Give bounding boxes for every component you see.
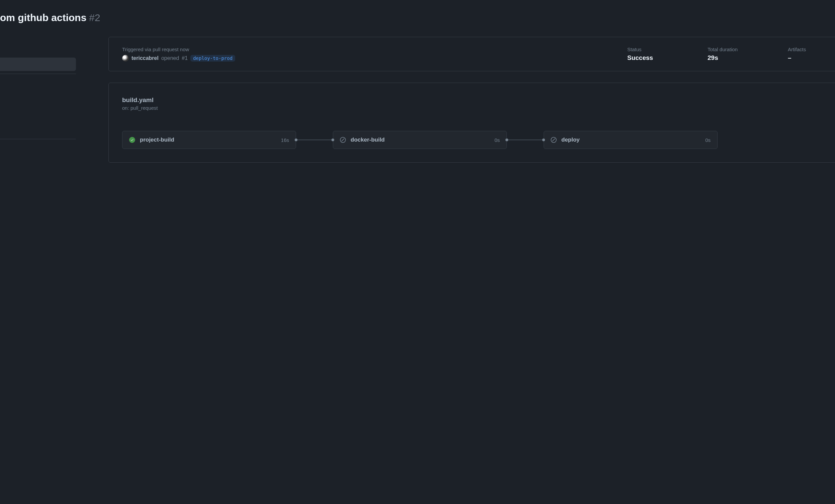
sidebar-item[interactable] bbox=[0, 92, 76, 105]
job-connector bbox=[296, 140, 333, 140]
duration-label: Total duration bbox=[708, 46, 761, 52]
connector-dot bbox=[331, 139, 334, 141]
job-duration: 16s bbox=[281, 137, 289, 143]
skip-circle-icon bbox=[340, 137, 346, 143]
sidebar-divider bbox=[0, 74, 76, 74]
job-node-deploy[interactable]: deploy 0s bbox=[544, 131, 718, 149]
sidebar-item[interactable] bbox=[0, 77, 76, 90]
username-link[interactable]: tericcabrel bbox=[131, 55, 159, 61]
opened-text: opened bbox=[161, 55, 179, 61]
status-label: Status bbox=[627, 46, 681, 52]
duration-section: Total duration 29s bbox=[708, 46, 761, 62]
sidebar-item[interactable] bbox=[0, 123, 76, 136]
job-node-project-build[interactable]: project-build 16s bbox=[122, 131, 296, 149]
workflow-card: build.yaml on: pull_request project-buil… bbox=[108, 83, 835, 163]
job-duration: 0s bbox=[705, 137, 711, 143]
artifacts-label: Artifacts bbox=[788, 46, 828, 52]
summary-trigger-section: Triggered via pull request now tericcabr… bbox=[122, 46, 600, 62]
branch-tag[interactable]: deploy-to-prod bbox=[190, 55, 235, 62]
sidebar-item-summary[interactable] bbox=[0, 58, 76, 71]
skip-circle-icon bbox=[551, 137, 557, 143]
page-title-text: om github actions bbox=[0, 12, 86, 23]
sidebar-divider bbox=[0, 139, 76, 139]
svg-line-3 bbox=[552, 139, 555, 141]
job-connector bbox=[507, 140, 544, 140]
svg-line-1 bbox=[342, 139, 344, 141]
sidebar bbox=[0, 58, 76, 142]
artifacts-section: Artifacts – bbox=[788, 46, 828, 62]
duration-value: 29s bbox=[708, 54, 761, 62]
avatar[interactable] bbox=[122, 55, 129, 62]
artifacts-value: – bbox=[788, 54, 828, 62]
pr-number-link[interactable]: #1 bbox=[182, 55, 188, 61]
job-name: project-build bbox=[140, 137, 174, 143]
status-section: Status Success bbox=[627, 46, 681, 62]
job-node-docker-build[interactable]: docker-build 0s bbox=[333, 131, 507, 149]
job-duration: 0s bbox=[494, 137, 500, 143]
check-circle-icon bbox=[129, 137, 135, 143]
page-title: om github actions #2 bbox=[0, 12, 835, 23]
trigger-label: Triggered via pull request now bbox=[122, 46, 600, 52]
status-value: Success bbox=[627, 54, 681, 62]
sidebar-item[interactable] bbox=[0, 107, 76, 121]
trigger-details: tericcabrel opened #1 deploy-to-prod bbox=[122, 55, 600, 62]
connector-dot bbox=[542, 139, 545, 141]
job-name: deploy bbox=[561, 137, 580, 143]
workflow-subtitle: on: pull_request bbox=[122, 105, 828, 111]
summary-card: Triggered via pull request now tericcabr… bbox=[108, 37, 835, 71]
job-name: docker-build bbox=[351, 137, 385, 143]
workflow-title: build.yaml bbox=[122, 96, 828, 104]
page-title-number: #2 bbox=[89, 12, 100, 23]
workflow-graph: project-build 16s docker-build 0s bbox=[122, 131, 828, 149]
